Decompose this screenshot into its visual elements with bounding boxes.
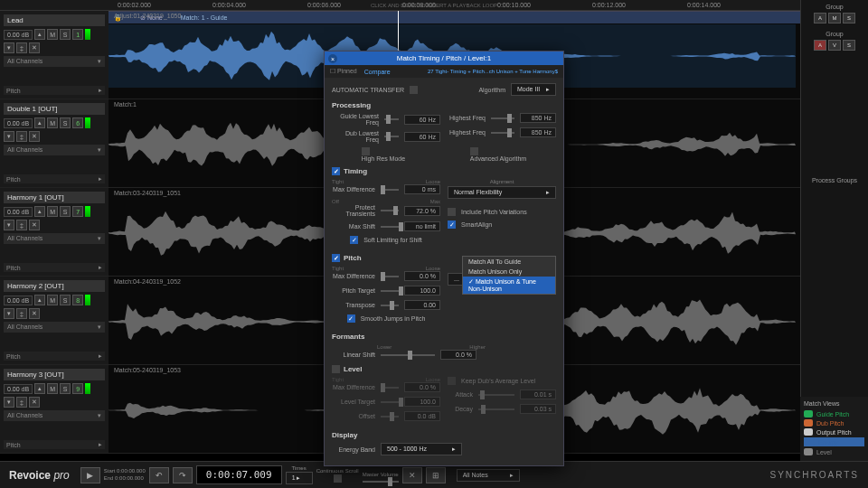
- timeline-ruler[interactable]: 0:00:02.000 0:00:04.000 0:00:06.000 0:00…: [0, 0, 868, 11]
- algorithm-dropdown[interactable]: Mode III▸: [511, 83, 556, 96]
- times-dropdown[interactable]: 1 ▸: [286, 472, 313, 484]
- redo-button[interactable]: ↷: [173, 467, 193, 483]
- timing-checkbox[interactable]: ✓: [332, 167, 340, 175]
- undo-button[interactable]: ↶: [149, 467, 169, 483]
- track-num[interactable]: 6: [72, 117, 83, 128]
- db-value[interactable]: 0.00 dB: [4, 296, 33, 305]
- tool-button-1[interactable]: ✕: [402, 467, 422, 483]
- track-num[interactable]: 8: [72, 295, 83, 305]
- channels-dropdown[interactable]: All Channels▾: [4, 410, 105, 421]
- mute-button[interactable]: M: [47, 117, 58, 128]
- high-res-checkbox[interactable]: [362, 147, 370, 155]
- maxshift-slider[interactable]: [381, 223, 399, 230]
- timing-maxdiff-slider[interactable]: [381, 186, 399, 193]
- match-view-item[interactable]: Guide Pitch: [804, 410, 864, 418]
- lock-off-button[interactable]: ✕: [29, 131, 40, 142]
- db-value[interactable]: 0.00 dB: [4, 384, 33, 394]
- pitch-checkbox[interactable]: ✓: [332, 254, 340, 262]
- height-button[interactable]: ‡: [16, 308, 27, 319]
- pitch-label[interactable]: Pitch▸: [4, 174, 105, 183]
- group-a-button[interactable]: A: [814, 13, 826, 23]
- pitch-label[interactable]: Pitch▸: [4, 352, 105, 361]
- channels-dropdown[interactable]: All Channels▾: [4, 145, 105, 155]
- pitch-label[interactable]: Pitch▸: [4, 440, 105, 449]
- db-up-button[interactable]: ▴: [34, 295, 45, 305]
- db-value[interactable]: 0.00 dB: [4, 207, 33, 217]
- solo-button[interactable]: S: [60, 29, 71, 40]
- collapse-button[interactable]: ▾: [4, 308, 14, 319]
- group-s-button[interactable]: S: [843, 13, 855, 23]
- solo-button[interactable]: S: [60, 383, 71, 394]
- dd-match-tune[interactable]: ✓ Match Unison & Tune Non-Unison: [463, 277, 555, 294]
- collapse-button[interactable]: ▾: [4, 220, 14, 230]
- db-up-button[interactable]: ▴: [34, 383, 45, 394]
- transpose-slider[interactable]: [381, 302, 399, 309]
- height-button[interactable]: ‡: [16, 131, 27, 142]
- compare-button[interactable]: Compare: [364, 69, 391, 75]
- match-view-item[interactable]: Level: [804, 448, 864, 455]
- adv-algo-checkbox[interactable]: [470, 147, 478, 155]
- db-up-button[interactable]: ▴: [34, 29, 45, 40]
- mute-button[interactable]: M: [47, 29, 58, 40]
- smartalign-checkbox[interactable]: ✓: [448, 221, 456, 229]
- close-icon[interactable]: ×: [328, 54, 337, 63]
- channels-dropdown[interactable]: All Channels▾: [4, 233, 105, 244]
- pitch-label[interactable]: Pitch▸: [4, 86, 105, 95]
- solo-button[interactable]: S: [60, 295, 71, 305]
- collapse-button[interactable]: ▾: [4, 131, 14, 142]
- group-a2-button[interactable]: A: [814, 40, 826, 51]
- level-checkbox[interactable]: [332, 365, 340, 373]
- channels-dropdown[interactable]: All Channels▾: [4, 56, 105, 67]
- lock-off-button[interactable]: ✕: [29, 397, 40, 408]
- lock-off-button[interactable]: ✕: [29, 220, 40, 230]
- soft-limit-checkbox[interactable]: ✓: [350, 236, 358, 244]
- timecode[interactable]: 0:00:07.009: [196, 465, 282, 484]
- db-value[interactable]: 0.00 dB: [4, 30, 33, 40]
- track-num[interactable]: 7: [72, 206, 83, 217]
- pinned-checkbox[interactable]: ☐ Pinned: [330, 68, 357, 75]
- group-v-button[interactable]: V: [828, 40, 841, 51]
- pitch-target-slider[interactable]: [381, 287, 399, 295]
- protect-slider[interactable]: [381, 207, 399, 214]
- pitch-label[interactable]: Pitch▸: [4, 263, 105, 272]
- solo-button[interactable]: S: [60, 117, 71, 128]
- formant-slider[interactable]: [381, 352, 435, 359]
- height-button[interactable]: ‡: [16, 220, 27, 230]
- dialog-title-bar[interactable]: × Match Timing / Pitch / Level:1: [325, 52, 563, 65]
- smooth-checkbox[interactable]: ✓: [347, 314, 355, 323]
- pitch-maxdiff-slider[interactable]: [381, 273, 399, 280]
- collapse-button[interactable]: ▾: [4, 42, 14, 53]
- height-button[interactable]: ‡: [16, 397, 27, 408]
- energy-band-dropdown[interactable]: 500 - 1000 Hz▸: [381, 443, 462, 455]
- track-num[interactable]: 9: [72, 383, 83, 394]
- track-name[interactable]: Double 1 [OUT]: [4, 103, 105, 115]
- channels-dropdown[interactable]: All Channels▾: [4, 322, 105, 333]
- guide-bar[interactable]: 🔒 ⊘ None Match: 1 - Guide: [108, 11, 800, 23]
- preset-dropdown[interactable]: 27 Tight- Timing + Pitch...ch Unison + T…: [428, 69, 558, 74]
- auto-transfer-checkbox[interactable]: [410, 86, 418, 94]
- mute-button[interactable]: M: [47, 383, 58, 394]
- dd-match-unison[interactable]: Match Unison Only: [463, 267, 555, 277]
- collapse-button[interactable]: ▾: [4, 397, 14, 408]
- dd-match-all[interactable]: Match All To Guide: [463, 257, 555, 267]
- scroll-checkbox[interactable]: [334, 474, 342, 483]
- inc-pitch-checkbox[interactable]: [448, 208, 456, 216]
- play-button[interactable]: ▶: [80, 467, 100, 483]
- track-num[interactable]: 1: [72, 29, 83, 40]
- track-name[interactable]: Harmony 2 [OUT]: [4, 280, 105, 292]
- track-name[interactable]: Harmony 3 [OUT]: [4, 369, 105, 380]
- match-view-item[interactable]: Dub Pitch: [804, 419, 864, 427]
- group-s2-button[interactable]: S: [843, 40, 855, 51]
- match-view-item[interactable]: Energy: [804, 437, 864, 446]
- alignment-dropdown[interactable]: Normal Flexibility▸: [448, 186, 556, 199]
- lock-off-button[interactable]: ✕: [29, 42, 40, 53]
- height-button[interactable]: ‡: [16, 42, 27, 53]
- solo-button[interactable]: S: [60, 206, 71, 217]
- mute-button[interactable]: M: [47, 295, 58, 305]
- track-name[interactable]: Lead: [4, 14, 105, 26]
- tool-button-2[interactable]: ⊞: [426, 467, 446, 483]
- lock-off-button[interactable]: ✕: [29, 308, 40, 319]
- match-view-item[interactable]: Output Pitch: [804, 428, 864, 436]
- mute-button[interactable]: M: [47, 206, 58, 217]
- db-value[interactable]: 0.00 dB: [4, 118, 33, 128]
